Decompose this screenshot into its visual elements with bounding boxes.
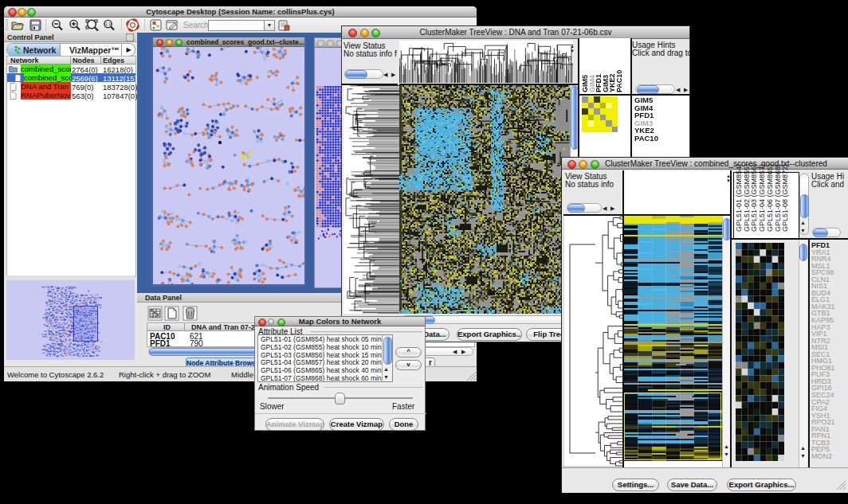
svg-text:1:1: 1:1 [105,21,111,26]
